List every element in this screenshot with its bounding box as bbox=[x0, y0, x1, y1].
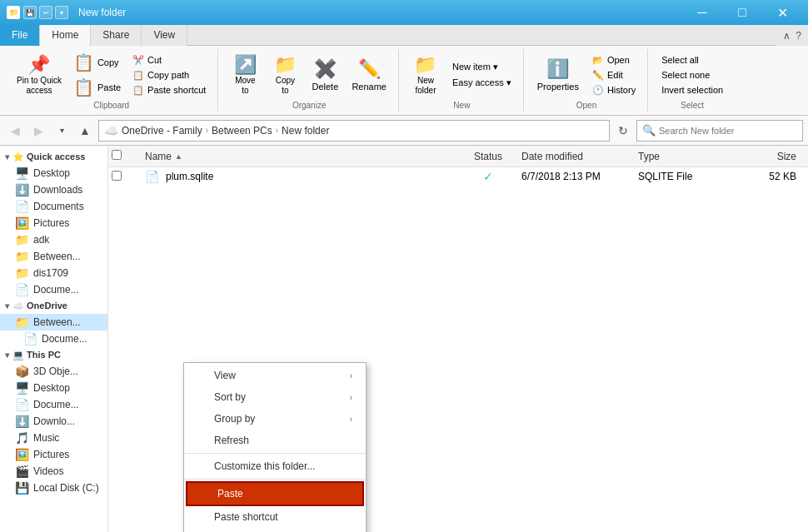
col-type[interactable]: Type bbox=[638, 151, 738, 162]
thispc-section[interactable]: ▾ 💻 This PC bbox=[0, 347, 107, 363]
dis1709-icon: 📁 bbox=[15, 266, 29, 280]
docume3-icon: 📄 bbox=[15, 398, 29, 411]
sidebar-item-pictures[interactable]: 🖼️ Pictures bbox=[0, 215, 107, 231]
sidebar-item-between-pcs[interactable]: 📁 Between... bbox=[0, 314, 107, 331]
ctx-view[interactable]: View › bbox=[184, 365, 366, 386]
col-status[interactable]: Status bbox=[455, 151, 521, 162]
invert-selection-button[interactable]: Invert selection bbox=[656, 83, 728, 97]
ctx-paste[interactable]: Paste bbox=[186, 481, 364, 506]
ctx-view-arrow: › bbox=[350, 371, 352, 380]
recent-locations-button[interactable]: ▾ bbox=[52, 121, 72, 141]
ctx-groupby[interactable]: Group by › bbox=[184, 408, 366, 430]
3dobjects-icon: 📦 bbox=[15, 365, 29, 378]
move-to-button[interactable]: ↗️ Moveto bbox=[227, 51, 263, 99]
select-all-button[interactable]: Select all bbox=[656, 53, 728, 67]
ribbon-group-organize: ↗️ Moveto 📁 Copyto ✖️ Delete ✏️ Rename O… bbox=[220, 49, 399, 112]
col-name[interactable]: Name ▲ bbox=[128, 151, 455, 162]
open-icon: 📂 bbox=[592, 55, 604, 66]
select-all-checkbox[interactable] bbox=[112, 150, 122, 160]
up-button[interactable]: ▲ bbox=[75, 121, 95, 141]
copy-path-button[interactable]: 📋 Copy path bbox=[127, 68, 211, 82]
sidebar-item-desktop2[interactable]: 🖥️ Desktop bbox=[0, 380, 107, 396]
breadcrumb[interactable]: ☁️ OneDrive - Family › Between PCs › New… bbox=[98, 120, 610, 142]
move-label: Moveto bbox=[235, 76, 255, 96]
quick-access-dropdown[interactable]: ▾ bbox=[55, 6, 68, 19]
breadcrumb-between-pcs[interactable]: Between PCs bbox=[212, 125, 272, 137]
back-button[interactable]: ◀ bbox=[5, 121, 25, 141]
sidebar-docume2-label: Docume... bbox=[42, 333, 87, 345]
properties-button[interactable]: ℹ️ Properties bbox=[532, 55, 584, 95]
open-button[interactable]: 📂 Open bbox=[587, 53, 641, 67]
table-row[interactable]: 📄 plum.sqlite ✓ 6/7/2018 2:13 PM SQLITE … bbox=[108, 167, 808, 186]
refresh-button[interactable]: ↻ bbox=[613, 121, 633, 141]
sidebar-item-dis1709[interactable]: 📁 dis1709 bbox=[0, 265, 107, 281]
ctx-refresh[interactable]: Refresh bbox=[184, 430, 366, 451]
context-menu: View › Sort by › Group by › bbox=[183, 362, 367, 532]
ctx-paste-shortcut[interactable]: Paste shortcut bbox=[184, 506, 366, 528]
quick-access-section[interactable]: ▾ ⭐ Quick access bbox=[0, 149, 107, 165]
cut-button[interactable]: ✂️ Cut bbox=[127, 53, 211, 67]
edit-button[interactable]: ✏️ Edit bbox=[587, 68, 641, 82]
sidebar-item-documents[interactable]: 📄 Documents bbox=[0, 198, 107, 215]
minimize-button[interactable]: ─ bbox=[683, 0, 721, 25]
sidebar-item-localdisk[interactable]: 💾 Local Disk (C:) bbox=[0, 480, 107, 496]
forward-button[interactable]: ▶ bbox=[28, 121, 48, 141]
ribbon-help-btn[interactable]: ? bbox=[796, 30, 801, 42]
maximize-button[interactable]: □ bbox=[723, 0, 761, 25]
ribbon-collapse-btn[interactable]: ∧ bbox=[783, 30, 791, 42]
file-checkbox[interactable] bbox=[112, 171, 122, 181]
row-checkbox[interactable] bbox=[112, 171, 128, 183]
sidebar-item-between1[interactable]: 📁 Between... bbox=[0, 248, 107, 265]
file-type: SQLITE File bbox=[638, 171, 692, 182]
tab-home[interactable]: Home bbox=[40, 25, 91, 47]
col-size[interactable]: Size bbox=[738, 151, 805, 162]
select-none-button[interactable]: Select none bbox=[656, 68, 728, 82]
search-box[interactable]: 🔍 bbox=[636, 120, 803, 142]
sidebar-item-3dobjects[interactable]: 📦 3D Obje... bbox=[0, 363, 107, 380]
delete-button[interactable]: ✖️ Delete bbox=[307, 55, 343, 95]
sidebar-item-docume3[interactable]: 📄 Docume... bbox=[0, 396, 107, 413]
history-button[interactable]: 🕐 History bbox=[587, 83, 641, 97]
easy-access-button[interactable]: Easy access ▾ bbox=[447, 76, 516, 90]
sidebar-item-adk[interactable]: 📁 adk bbox=[0, 231, 107, 248]
paste-shortcut-button[interactable]: 📋 Paste shortcut bbox=[127, 83, 211, 97]
sidebar-item-downloads[interactable]: ⬇️ Downloads bbox=[0, 181, 107, 198]
ctx-groupby-icon bbox=[194, 412, 211, 425]
window-controls: ─ □ ✕ bbox=[683, 0, 801, 25]
sidebar-item-music[interactable]: 🎵 Music bbox=[0, 430, 107, 446]
breadcrumb-new-folder[interactable]: New folder bbox=[282, 125, 329, 137]
onedrive-section[interactable]: ▾ ☁️ OneDrive bbox=[0, 298, 107, 314]
select-label: Select bbox=[681, 99, 704, 110]
ctx-customize[interactable]: Customize this folder... bbox=[184, 455, 366, 477]
main-layout: ▾ ⭐ Quick access 🖥️ Desktop ⬇️ Downloads… bbox=[0, 146, 808, 532]
tab-share[interactable]: Share bbox=[91, 25, 142, 46]
pin-to-quick-access-button[interactable]: 📌 Pin to Quickaccess bbox=[12, 51, 67, 99]
sidebar-item-videos[interactable]: 🎬 Videos bbox=[0, 463, 107, 480]
ctx-sortby[interactable]: Sort by › bbox=[184, 386, 366, 408]
sidebar-item-docume1[interactable]: 📄 Docume... bbox=[0, 281, 107, 298]
sidebar-item-docume2[interactable]: 📄 Docume... bbox=[0, 331, 107, 347]
sidebar-item-downlo[interactable]: ⬇️ Downlo... bbox=[0, 413, 107, 430]
quick-access-btn-2[interactable]: ↩ bbox=[39, 6, 52, 19]
breadcrumb-sep-1: › bbox=[206, 126, 208, 135]
close-button[interactable]: ✕ bbox=[763, 0, 801, 25]
header-checkbox[interactable] bbox=[112, 150, 128, 162]
ctx-undo-copy[interactable]: Undo Copy Ctrl+Z bbox=[184, 528, 366, 532]
sidebar-item-desktop[interactable]: 🖥️ Desktop bbox=[0, 165, 107, 181]
col-date[interactable]: Date modified bbox=[521, 151, 638, 162]
paste-button-ribbon[interactable]: 📋 Paste bbox=[70, 76, 124, 99]
ctx-paste-label: Paste bbox=[217, 488, 243, 500]
ctx-sortby-arrow: › bbox=[350, 393, 352, 402]
tab-view[interactable]: View bbox=[142, 25, 187, 46]
tab-file[interactable]: File bbox=[0, 25, 40, 46]
breadcrumb-onedrive[interactable]: OneDrive - Family bbox=[122, 125, 202, 137]
copy-to-button[interactable]: 📁 Copyto bbox=[267, 51, 303, 99]
rename-button[interactable]: ✏️ Rename bbox=[347, 55, 392, 95]
copy-button-ribbon[interactable]: 📋 Copy bbox=[70, 51, 124, 74]
organize-label: Organize bbox=[292, 99, 327, 110]
sidebar-item-pictures2[interactable]: 🖼️ Pictures bbox=[0, 446, 107, 463]
quick-access-btn-1[interactable]: 💾 bbox=[23, 6, 37, 19]
new-item-button[interactable]: New item ▾ bbox=[447, 60, 516, 74]
search-input[interactable] bbox=[659, 126, 797, 136]
new-folder-button[interactable]: 📁 Newfolder bbox=[407, 51, 444, 99]
